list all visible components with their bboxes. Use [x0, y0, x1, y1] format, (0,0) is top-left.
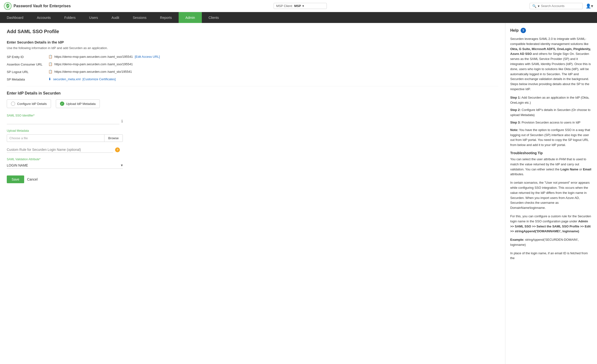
help-step1: Step 1: Add Securden as an application i… — [510, 95, 592, 105]
logo-icon — [4, 2, 12, 10]
upload-idp-radio[interactable]: ✓ — [60, 102, 64, 106]
sp-section-desc: Use the following information in IdP and… — [7, 46, 498, 50]
sp-logout-row: SP Logout URL 📋 https://demo-msp-pam.sec… — [7, 70, 498, 74]
sp-metadata-value: ⬇ securden_meta.xml [Customize Certifica… — [48, 77, 116, 81]
section-divider — [7, 86, 498, 86]
sp-metadata-link[interactable]: securden_meta.xml — [53, 77, 80, 81]
chevron-down-icon: ▾ — [302, 4, 304, 8]
header-center: MSP Client: MSP ▾ — [71, 3, 530, 9]
nav-item-folders[interactable]: Folders — [57, 12, 82, 23]
sp-logout-url: https://demo-msp-pam.securden.com /saml_… — [54, 70, 132, 73]
nav-item-sessions[interactable]: Sessions — [126, 12, 153, 23]
search-dropdown-icon[interactable]: ▾ — [538, 4, 540, 8]
saml-identifier-input[interactable] — [7, 118, 119, 124]
file-input-row: Choose a file Browse — [7, 135, 123, 142]
saml-identifier-label: SAML SSO Identifier* — [7, 114, 498, 117]
copy-icon-entity[interactable]: 📋 — [48, 55, 52, 58]
help-title-text: Help — [510, 28, 519, 33]
help-title: Help ? — [510, 28, 592, 33]
sp-metadata-label: SP Metadata — [7, 77, 46, 81]
search-input[interactable] — [541, 4, 580, 8]
sp-logout-label: SP Logout URL — [7, 70, 46, 74]
user-icon-button[interactable]: 👤▾ — [586, 3, 593, 9]
logo-area: Password Vault for Enterprises — [4, 2, 71, 10]
radio-group-idp: Configure IdP Details ✓ Upload IdP Metad… — [7, 99, 498, 108]
file-placeholder: Choose a file — [7, 135, 104, 142]
chevron-down-icon-select: ▾ — [121, 163, 123, 167]
page-title: Add SAML SSO Profile — [7, 29, 498, 34]
msp-value: MSP — [294, 4, 301, 8]
sp-entity-id-value: 📋 https://demo-msp-pam.securden.com /sam… — [48, 55, 160, 58]
nav-item-admin[interactable]: Admin — [179, 12, 202, 23]
copy-icon-logout[interactable]: 📋 — [48, 70, 52, 73]
copy-icon-consumer[interactable]: 📋 — [48, 62, 52, 66]
configure-idp-radio[interactable] — [11, 102, 15, 106]
saml-identifier-group: SAML SSO Identifier* ℹ — [7, 114, 498, 124]
assertion-consumer-url: https://demo-msp-pam.securden.com /saml_… — [54, 62, 133, 66]
configure-idp-label: Configure IdP Details — [17, 102, 47, 106]
sp-entity-id-url: https://demo-msp-pam.securden.com /saml_… — [54, 55, 133, 58]
msp-selector[interactable]: MSP Client: MSP ▾ — [274, 3, 327, 9]
help-example: Example: stringAppend('SECURDEN-DOMAIN\'… — [510, 237, 592, 247]
nav-item-audit[interactable]: Audit — [105, 12, 126, 23]
saml-identifier-input-row: ℹ — [7, 118, 123, 124]
configure-idp-option[interactable]: Configure IdP Details — [7, 99, 51, 108]
edit-access-url-link[interactable]: [Edit Access URL] — [135, 55, 160, 58]
help-custom-rule-text: For this, you can configure a custom rul… — [510, 214, 592, 234]
help-extra: In place of the login name, if an email … — [510, 251, 592, 261]
sp-entity-id-label: SP Entity ID — [7, 55, 46, 59]
sp-logout-value: 📋 https://demo-msp-pam.securden.com /sam… — [48, 70, 132, 73]
help-error-text: In certain scenarios, the "User not pres… — [510, 180, 592, 211]
nav-item-users[interactable]: Users — [82, 12, 105, 23]
troubleshoot-title: Troubleshooting Tip — [510, 151, 592, 155]
customize-certificates-link[interactable]: [Customize Certificates] — [82, 77, 116, 81]
upload-metadata-group: Upload Metadata Choose a file Browse — [7, 129, 498, 142]
search-bar[interactable]: 🔍 ▾ — [530, 3, 583, 9]
sp-metadata-row: SP Metadata ⬇ securden_meta.xml [Customi… — [7, 77, 498, 81]
help-note: Note: You have the option to configure S… — [510, 128, 592, 148]
help-step2: Step 2: Configure IdP's details in Secur… — [510, 108, 592, 118]
info-icon-saml[interactable]: ℹ — [121, 119, 123, 124]
content-area: Add SAML SSO Profile Enter Securden Deta… — [0, 23, 505, 364]
nav-item-accounts[interactable]: Accounts — [30, 12, 58, 23]
nav-item-clients[interactable]: Clients — [202, 12, 226, 23]
help-question-icon: ? — [521, 28, 526, 33]
header: Password Vault for Enterprises MSP Clien… — [0, 0, 597, 12]
upload-idp-label: Upload IdP Metadata — [66, 102, 96, 106]
assertion-consumer-row: Assertion Consumer URL 📋 https://demo-ms… — [7, 62, 498, 66]
custom-rule-help-icon[interactable]: ? — [115, 147, 120, 152]
nav-item-dashboard[interactable]: Dashboard — [0, 12, 30, 23]
help-step3: Step 3: Provision Securden access to use… — [510, 120, 592, 125]
help-intro: Securden leverages SAML 2.0 to integrate… — [510, 37, 592, 92]
validation-attr-group: SAML Validation Attribute* LOGIN NAME ▾ — [7, 158, 498, 169]
browse-button[interactable]: Browse — [104, 135, 123, 142]
custom-rule-group: ? — [7, 147, 498, 153]
header-right: 🔍 ▾ 👤▾ — [530, 3, 593, 9]
validation-attr-value: LOGIN NAME — [7, 163, 121, 167]
validation-attr-label: SAML Validation Attribute* — [7, 158, 498, 161]
save-button[interactable]: Save — [7, 175, 24, 183]
sp-section-title: Enter Securden Details in the IdP — [7, 40, 498, 44]
action-row: Save Cancel — [7, 175, 498, 183]
main-layout: Add SAML SSO Profile Enter Securden Deta… — [0, 23, 597, 364]
upload-metadata-label: Upload Metadata — [7, 129, 498, 133]
assertion-consumer-label: Assertion Consumer URL — [7, 62, 46, 66]
msp-label: MSP Client: — [276, 4, 293, 8]
idp-section-title: Enter IdP Details in Securden — [7, 91, 498, 95]
download-icon-metadata[interactable]: ⬇ — [48, 77, 51, 81]
validation-attr-select[interactable]: LOGIN NAME ▾ — [7, 162, 123, 169]
custom-rule-input[interactable] — [7, 147, 113, 153]
help-troubleshoot: You can select the user attribute in PAM… — [510, 157, 592, 177]
help-panel: Help ? Securden leverages SAML 2.0 to in… — [505, 23, 597, 364]
app-title: Password Vault for Enterprises — [14, 4, 71, 8]
sp-entity-id-row: SP Entity ID 📋 https://demo-msp-pam.secu… — [7, 55, 498, 59]
upload-idp-option[interactable]: ✓ Upload IdP Metadata — [56, 99, 100, 108]
assertion-consumer-value: 📋 https://demo-msp-pam.securden.com /sam… — [48, 62, 133, 66]
main-nav: Dashboard Accounts Folders Users Audit S… — [0, 12, 597, 23]
search-icon: 🔍 — [532, 4, 536, 8]
cancel-button[interactable]: Cancel — [27, 175, 38, 183]
custom-rule-row: ? — [7, 147, 498, 153]
nav-item-reports[interactable]: Reports — [153, 12, 179, 23]
